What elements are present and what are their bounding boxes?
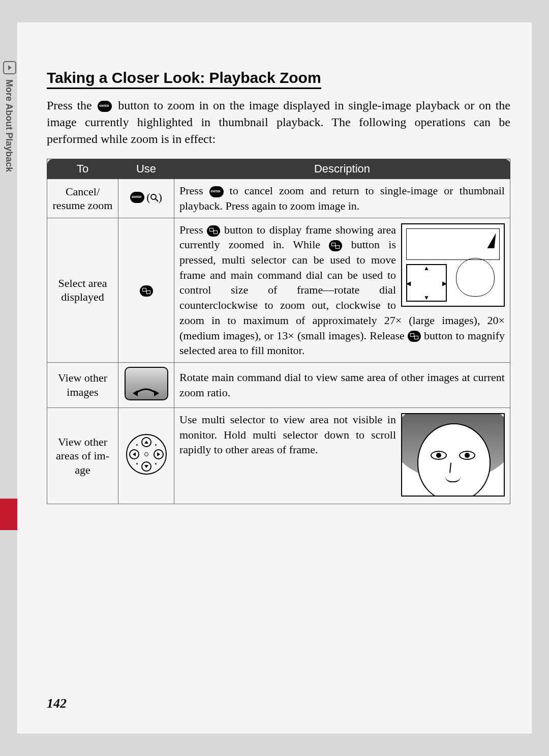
enter-icon (130, 192, 144, 203)
page-heading: Taking a Closer Look: Playback Zoom (47, 69, 321, 89)
enter-icon (209, 186, 224, 197)
cell-desc: Press to cancel zoom and return to singl… (174, 179, 510, 218)
cell-use (118, 362, 174, 408)
table-row: Cancel/resume zoom () Press to cancel zo… (47, 179, 510, 218)
cell-to: View other areas of im­age (47, 408, 118, 504)
svg-marker-2 (133, 390, 138, 396)
playback-icon (3, 61, 16, 74)
thumb-index-marker (0, 499, 17, 530)
enter-icon (98, 101, 112, 112)
intro-paragraph: Press the button to zoom in on the image… (47, 97, 510, 148)
page-number: 142 (47, 696, 67, 711)
table-row: Select area displayed ▲▼◀▶ (47, 218, 510, 362)
table-row: View other images Rotate main command di… (47, 362, 510, 408)
cell-desc: Use multi selector to view area not visi… (174, 408, 510, 504)
intro-pre: Press the (47, 99, 96, 112)
cell-use (118, 408, 174, 504)
thumbnail-icon (329, 240, 342, 251)
section-label: More About Playback (0, 79, 17, 207)
cell-to: View other images (47, 362, 118, 408)
cell-desc: Rotate main command dial to view same ar… (174, 362, 510, 408)
svg-line-1 (156, 199, 158, 201)
cell-use (118, 218, 174, 362)
zoomed-face-illustration (401, 413, 505, 497)
col-desc: Description (174, 159, 510, 179)
thumbnail-icon (207, 225, 220, 237)
manual-page: More About Playback Taking a Closer Look… (0, 0, 549, 756)
thumbnail-icon (140, 285, 153, 297)
cell-to: Cancel/resume zoom (47, 179, 118, 218)
operations-table: To Use Description Cancel/resume zoom () (47, 159, 510, 504)
multi-selector-icon (126, 434, 167, 475)
zoom-glyph: () (146, 191, 162, 204)
cell-to: Select area displayed (47, 218, 118, 362)
zoom-frame-illustration: ▲▼◀▶ (401, 223, 505, 307)
side-tab: More About Playback (0, 61, 17, 209)
col-to: To (47, 159, 118, 179)
cell-desc: ▲▼◀▶ Press button to display frame showi… (174, 218, 510, 362)
col-use: Use (118, 159, 174, 179)
svg-marker-3 (154, 390, 159, 396)
page-inner: Taking a Closer Look: Playback Zoom Pres… (17, 22, 532, 734)
intro-post: button to zoom in on the image displayed… (47, 99, 510, 146)
cell-use: () (118, 179, 174, 218)
thumbnail-icon (408, 331, 421, 342)
table-row: View other areas of im­age (47, 408, 510, 504)
command-dial-icon (125, 367, 168, 400)
svg-point-0 (151, 194, 156, 199)
